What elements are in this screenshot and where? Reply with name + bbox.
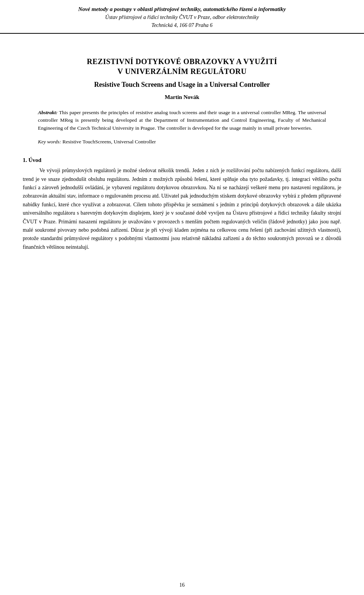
keywords-text: Resistive TouchScreens, Universal Contro…	[61, 139, 156, 144]
abstract-text: This paper presents the principles of re…	[38, 110, 326, 131]
keywords-block: Key words: Resistive TouchScreens, Unive…	[38, 138, 326, 146]
author-name: Martin Novák	[23, 94, 341, 100]
page-number: 16	[179, 582, 185, 588]
abstract-label: Abstrakt:	[38, 110, 58, 115]
paper-title-czech: REZISTIVNÍ DOTYKOVÉ OBRAZOVKY A VYUŽITÍ …	[23, 57, 341, 76]
header-subtitle-line3: Technická 4, 166 07 Praha 6	[15, 21, 349, 29]
header: Nové metody a postupy v oblasti přístroj…	[0, 0, 364, 34]
keywords-label: Key words:	[38, 139, 61, 144]
section-1-heading: 1. Úvod	[23, 157, 341, 163]
section-1-paragraph-1: Ve vývoji průmyslových regulátorů je mož…	[23, 166, 341, 251]
main-content: REZISTIVNÍ DOTYKOVÉ OBRAZOVKY A VYUŽITÍ …	[0, 34, 364, 270]
header-title: Nové metody a postupy v oblasti přístroj…	[15, 5, 349, 13]
abstract-block: Abstrakt: This paper presents the princi…	[38, 109, 326, 132]
paper-title-english: Resistive Touch Screens and Usage in a U…	[23, 80, 341, 89]
page: Nové metody a postupy v oblasti přístroj…	[0, 0, 364, 595]
header-subtitle-line2: Ústav přístrojové a řídicí techniky ČVUT…	[15, 13, 349, 21]
